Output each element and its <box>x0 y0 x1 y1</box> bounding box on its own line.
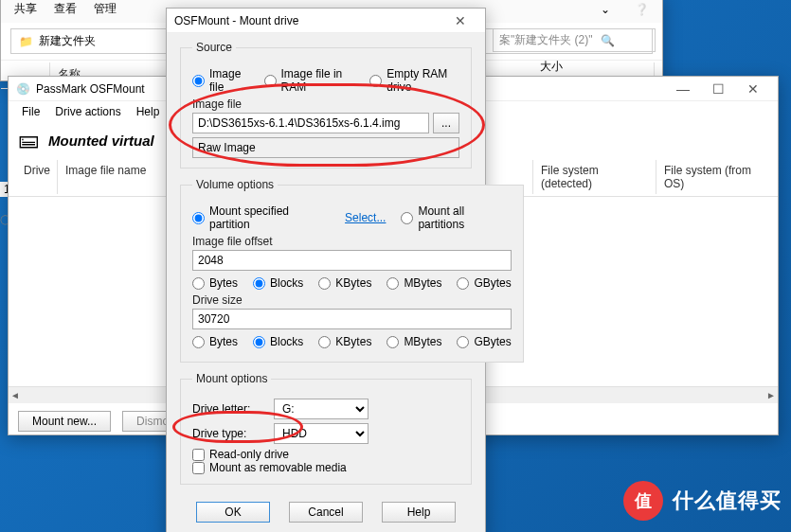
search-icon: 🔍 <box>601 34 615 47</box>
image-path-input[interactable] <box>192 113 429 133</box>
offset-input[interactable] <box>192 250 512 271</box>
col-fs-detected[interactable]: File system (detected) <box>533 160 656 194</box>
mount-dialog: OSFMount - Mount drive ✕ Source Image fi… <box>166 8 486 532</box>
volume-legend: Volume options <box>192 178 278 191</box>
watermark-icon: 值 <box>623 481 663 521</box>
offset-mbytes[interactable]: MBytes <box>387 276 441 290</box>
drive-letter-select[interactable]: G: <box>274 399 369 419</box>
menu-file[interactable]: File <box>16 103 45 120</box>
drive-icon: 🖴 <box>18 128 39 152</box>
size-mbytes[interactable]: MBytes <box>387 335 441 348</box>
dialog-title: OSFMount - Mount drive <box>174 14 298 27</box>
offset-bytes[interactable]: Bytes <box>192 276 238 290</box>
radio-empty-ram[interactable]: Empty RAM drive <box>369 67 459 94</box>
size-bytes[interactable]: Bytes <box>192 335 238 348</box>
offset-gbytes[interactable]: GBytes <box>457 276 511 290</box>
toolbar-share[interactable]: 共享 <box>14 1 37 17</box>
size-gbytes[interactable]: GBytes <box>457 335 511 348</box>
ok-button[interactable]: OK <box>196 502 270 523</box>
image-file-label: Image file <box>192 98 459 111</box>
size-input[interactable] <box>192 309 512 329</box>
maximize-button[interactable]: ☐ <box>701 80 736 98</box>
size-label: Drive size <box>192 293 512 307</box>
heading: Mounted virtual <box>48 133 154 149</box>
chevron-down-icon[interactable]: ⌄ <box>601 3 610 16</box>
browse-button[interactable]: ... <box>433 113 459 133</box>
drive-letter-label: Drive letter: <box>192 402 259 416</box>
minimize-button[interactable]: — <box>665 80 701 98</box>
col-size[interactable]: 大小 <box>540 59 563 75</box>
offset-label: Image file offset <box>192 235 512 248</box>
menu-drive-actions[interactable]: Drive actions <box>49 103 126 120</box>
watermark: 值 什么值得买 <box>623 481 782 521</box>
radio-mount-all[interactable]: Mount all partitions <box>401 204 511 231</box>
size-blocks[interactable]: Blocks <box>253 335 303 348</box>
image-type-field <box>192 137 459 158</box>
source-legend: Source <box>192 41 236 54</box>
breadcrumb-text: 新建文件夹 <box>39 33 96 49</box>
drive-type-select[interactable]: HDD <box>274 423 369 444</box>
search-input[interactable]: 案"新建文件夹 (2)" 🔍 <box>493 28 656 52</box>
size-kbytes[interactable]: KBytes <box>318 335 371 348</box>
radio-image-file[interactable]: Image file <box>192 67 249 94</box>
col-fs-os[interactable]: File system (from OS) <box>656 160 770 194</box>
radio-image-ram[interactable]: Image file in RAM <box>264 67 355 94</box>
toolbar-view[interactable]: 查看 <box>54 1 77 17</box>
search-placeholder: 案"新建文件夹 (2)" <box>499 32 593 48</box>
radio-mount-specified[interactable]: Mount specified partition <box>192 204 330 231</box>
offset-kbytes[interactable]: KBytes <box>318 276 371 290</box>
volume-group: Volume options Mount specified partition… <box>180 178 524 363</box>
help-button[interactable]: Help <box>382 502 456 523</box>
mount-legend: Mount options <box>192 372 271 385</box>
offset-blocks[interactable]: Blocks <box>253 276 303 290</box>
drive-type-label: Drive type: <box>192 427 259 440</box>
help-icon[interactable]: ❔ <box>635 3 649 16</box>
close-button[interactable]: ✕ <box>736 80 770 98</box>
removable-checkbox[interactable]: Mount as removable media <box>192 461 459 474</box>
source-group: Source Image file Image file in RAM Empt… <box>180 41 472 168</box>
app-icon: 💿 <box>16 82 30 96</box>
select-partition-link[interactable]: Select... <box>345 211 386 224</box>
cancel-button[interactable]: Cancel <box>289 502 363 523</box>
dialog-close-button[interactable]: ✕ <box>443 11 477 30</box>
toolbar-manage[interactable]: 管理 <box>94 1 117 17</box>
window-title: PassMark OSFMount <box>36 82 145 96</box>
mount-options-group: Mount options Drive letter: G: Drive typ… <box>180 372 472 485</box>
readonly-checkbox[interactable]: Read-only drive <box>192 448 459 461</box>
col-drive[interactable]: Drive <box>16 160 58 194</box>
menu-help[interactable]: Help <box>131 103 166 120</box>
watermark-text: 什么值得买 <box>673 487 782 515</box>
folder-icon: 📁 <box>19 35 33 48</box>
mount-new-button[interactable]: Mount new... <box>18 411 111 432</box>
